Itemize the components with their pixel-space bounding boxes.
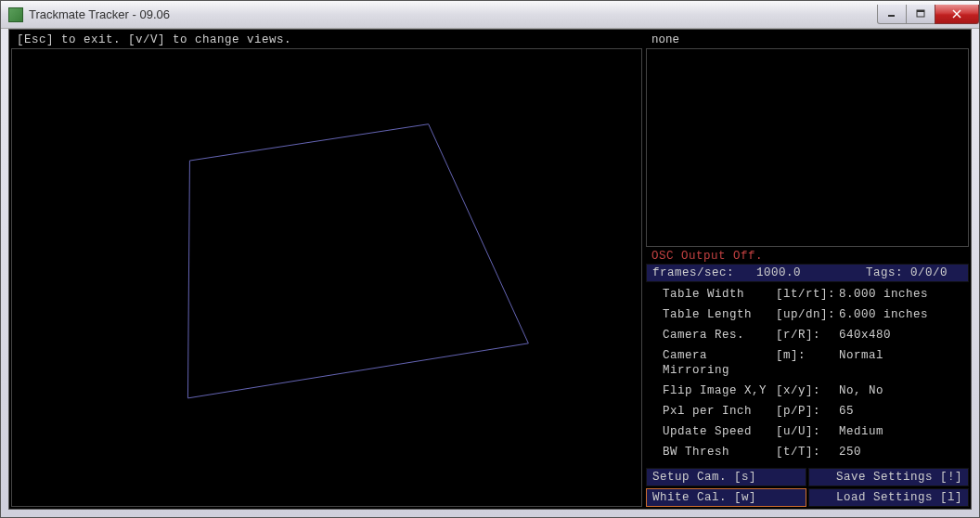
setting-value: 250 <box>839 445 963 460</box>
settings-list: Table Width [lt/rt]: 8.000 inches Table … <box>646 284 969 462</box>
setting-key: [lt/rt]: <box>776 287 839 302</box>
titlebar: Trackmate Tracker - 09.06 <box>1 1 979 29</box>
right-panel: none OSC Output Off. frames/sec: 1000.0 … <box>646 32 969 507</box>
window-controls <box>878 5 979 24</box>
preview-viewport <box>646 48 969 247</box>
app-icon <box>8 7 23 22</box>
app-body: [Esc] to exit. [v/V] to change views. no… <box>8 29 972 510</box>
setting-row: Camera Res. [r/R]: 640x480 <box>646 325 969 345</box>
setting-value: 65 <box>839 404 963 419</box>
setting-label: Camera Res. <box>663 328 776 343</box>
setting-key: [up/dn]: <box>776 307 839 322</box>
setting-label: Table Length <box>663 307 776 322</box>
window-title: Trackmate Tracker - 09.06 <box>29 7 170 21</box>
setting-row: Table Width [lt/rt]: 8.000 inches <box>646 284 969 304</box>
setting-row: Flip Image X,Y [x/y]: No, No <box>646 381 969 401</box>
setting-label: Pxl per Inch <box>663 404 776 419</box>
white-calibration-button[interactable]: White Cal. [w] <box>646 488 806 507</box>
setting-value: 8.000 inches <box>839 287 963 302</box>
tags-label: Tags: <box>866 266 903 279</box>
maximize-button[interactable] <box>906 5 935 24</box>
setting-row: Table Length [up/dn]: 6.000 inches <box>646 304 969 325</box>
setting-key: [t/T]: <box>776 445 839 460</box>
tags-value: 0/0/0 <box>910 266 948 279</box>
setting-value: Medium <box>839 424 963 439</box>
fps-value: 1000.0 <box>756 266 801 279</box>
setting-value: Normal <box>839 348 963 378</box>
setting-value: 640x480 <box>839 328 963 343</box>
setting-row: Camera Mirroring [m]: Normal <box>646 345 969 381</box>
setting-key: [x/y]: <box>776 383 839 398</box>
main-viewport[interactable] <box>11 48 642 507</box>
close-button[interactable] <box>935 5 979 24</box>
setting-value: 6.000 inches <box>839 307 963 322</box>
svg-marker-5 <box>187 124 528 398</box>
setting-row: Update Speed [u/U]: Medium <box>646 421 969 442</box>
save-settings-button[interactable]: Save Settings [!] <box>808 468 969 486</box>
setting-label: Camera Mirroring <box>663 348 776 378</box>
app-window: Trackmate Tracker - 09.06 [Esc] to exit.… <box>0 0 980 518</box>
setting-label: Update Speed <box>663 424 776 439</box>
setting-key: [p/P]: <box>776 404 839 419</box>
help-text: [Esc] to exit. [v/V] to change views. <box>11 32 642 48</box>
setting-key: [m]: <box>776 348 839 378</box>
setting-row: Pxl per Inch [p/P]: 65 <box>646 401 969 421</box>
setting-key: [r/R]: <box>776 328 839 343</box>
calibration-rectangle <box>12 49 641 506</box>
setting-row: BW Thresh [t/T]: 250 <box>646 442 969 462</box>
setup-camera-button[interactable]: Setup Cam. [s] <box>646 468 806 486</box>
osc-status: OSC Output Off. <box>646 247 969 264</box>
preview-label: none <box>646 32 969 48</box>
fps-label: frames/sec: <box>652 266 734 279</box>
left-panel: [Esc] to exit. [v/V] to change views. <box>11 32 642 507</box>
setting-label: Flip Image X,Y <box>663 383 776 398</box>
load-settings-button[interactable]: Load Settings [l] <box>808 488 969 507</box>
command-buttons: Setup Cam. [s] Save Settings [!] White C… <box>646 468 969 507</box>
stats-bar: frames/sec: 1000.0 Tags: 0/0/0 <box>646 264 969 282</box>
setting-value: No, No <box>839 383 963 398</box>
setting-key: [u/U]: <box>776 424 839 439</box>
setting-label: BW Thresh <box>663 445 776 460</box>
minimize-button[interactable] <box>877 5 907 24</box>
setting-label: Table Width <box>663 287 776 302</box>
